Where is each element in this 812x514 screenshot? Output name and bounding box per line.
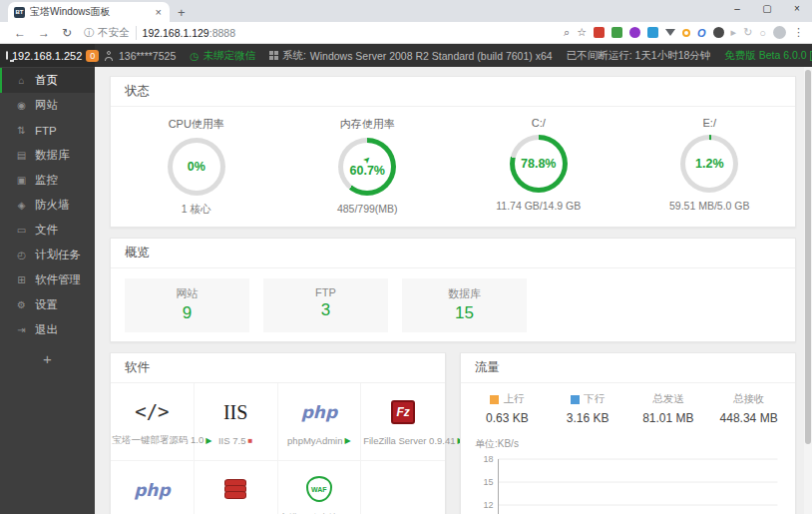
sidebar-item-logout[interactable]: ⇥退出 (0, 317, 95, 342)
sidebar-item-monitor[interactable]: ▣监控 (0, 168, 95, 193)
monitor-icon (6, 51, 8, 60)
svg-text:18: 18 (483, 454, 493, 464)
extension-icon-red[interactable] (594, 27, 605, 38)
traffic-area-chart: 0369121518 (469, 451, 787, 514)
version-link[interactable]: 免费版 Beta 6.0.0 [找Bug奖实物奖品] (724, 49, 812, 63)
app-iis[interactable]: IIS IIS 7.5■ (195, 383, 278, 461)
url-input[interactable]: ⓘ 不安全 192.168.1.129:8888 (84, 26, 564, 40)
extension-icon-muted-2[interactable]: ↻ (743, 26, 752, 39)
overview-websites[interactable]: 网站 9 (125, 278, 249, 332)
panel-header: 192.168.1.252 0 136****7525 ◷ 未绑定微信 系统: … (0, 44, 812, 67)
cpu-ring: 0% (168, 138, 225, 196)
redis-icon (223, 479, 247, 501)
up-legend-swatch (490, 395, 499, 404)
app-iis-waf[interactable]: WAF 宝塔IIS防火墙 1.0▶ (278, 461, 362, 514)
sidebar-item-app-manager[interactable]: ⊞软件管理 (0, 267, 95, 292)
bind-wechat-link[interactable]: ◷ 未绑定微信 (190, 49, 255, 63)
schedule-icon: ◴ (16, 250, 27, 260)
minimize-button[interactable]: – (722, 0, 752, 20)
php-icon: php (134, 480, 170, 500)
waf-shield-icon: WAF (306, 476, 332, 502)
cpu-gauge[interactable]: CPU使用率 0% 1 核心 (111, 113, 282, 217)
profile-avatar[interactable] (773, 26, 786, 39)
content-scrollbar[interactable] (804, 67, 812, 514)
browser-tab[interactable]: BT 宝塔Windows面板 × (8, 2, 170, 22)
software-card: 软件 </> 宝塔一键部署源码 1.0▶ IIS IIS 7.5■ php ph (110, 352, 446, 514)
url-text: 192.168.1.129:8888 (143, 27, 235, 39)
sidebar-item-firewall[interactable]: ◈防火墙 (0, 193, 95, 218)
extension-icon-funnel[interactable] (665, 29, 675, 36)
scrollbar-thumb[interactable] (805, 70, 811, 444)
chrome-menu-icon[interactable]: ⋮ (793, 26, 804, 39)
app-redis[interactable]: redis 1.0▶ (195, 461, 278, 514)
sidebar-add-button[interactable]: + (0, 350, 95, 367)
maximize-button[interactable]: ▢ (752, 0, 782, 20)
folder-icon: ▭ (16, 225, 27, 236)
forward-button[interactable]: → (38, 26, 50, 40)
security-label: 不安全 (98, 26, 137, 40)
sidebar-item-cron[interactable]: ◴计划任务 (0, 243, 95, 267)
extension-icon-blue-o[interactable]: O (697, 27, 706, 39)
search-icon[interactable]: ⌕ (564, 26, 570, 39)
chart-unit-label: 单位:KB/s (475, 437, 787, 451)
sidebar-item-home[interactable]: ⌂首页 (0, 68, 95, 93)
extension-icon-dark[interactable] (713, 27, 724, 38)
clock-icon: ◷ (190, 50, 199, 62)
traffic-card: 流量 上行 0.63 KB 下行 3.16 KB 总发送 81.01 MB (460, 352, 796, 514)
disk-c-gauge[interactable]: C:/ 78.8% 11.74 GB/14.9 GB (453, 113, 624, 217)
apps-grid-icon: ⊞ (16, 274, 27, 285)
traffic-chart-area: 单位:KB/s 0369121518 (461, 429, 795, 514)
dashboard: 状态 CPU使用率 0% 1 核心 内存使用率 ➤ (95, 67, 812, 514)
overview-databases[interactable]: 数据库 15 (402, 278, 527, 332)
server-ip-block[interactable]: 192.168.1.252 0 (0, 44, 95, 67)
filezilla-icon: Fz (391, 400, 415, 424)
gear-icon: ⚙ (16, 299, 27, 310)
home-icon: ⌂ (16, 75, 27, 86)
sidebar: ⌂首页 ◉网站 ⇅FTP ▤数据库 ▣监控 ◈防火墙 ▭文件 ◴计划任务 ⊞软件… (0, 67, 95, 514)
tab-close-icon[interactable]: × (154, 6, 164, 18)
close-window-button[interactable]: × (782, 0, 812, 20)
disk-e-ring: 1.2% (680, 135, 738, 193)
extension-icon-teal[interactable] (647, 27, 658, 38)
browser-address-bar: ← → ↻ ⓘ 不安全 192.168.1.129:8888 ⌕ ☆ O ▸ ↻… (0, 22, 812, 44)
sidebar-item-files[interactable]: ▭文件 (0, 218, 95, 243)
memory-ring: ➤ 60.7% (338, 138, 396, 196)
app-deploy-source[interactable]: </> 宝塔一键部署源码 1.0▶ (111, 383, 195, 461)
traffic-total-received-stat: 总接收 448.34 MB (708, 392, 789, 425)
account-info[interactable]: 136****7525 (105, 50, 176, 62)
extension-icon-muted-3[interactable]: ○ (759, 27, 766, 39)
sidebar-item-website[interactable]: ◉网站 (0, 93, 95, 118)
reload-button[interactable]: ↻ (62, 26, 72, 40)
new-tab-button[interactable]: + (178, 5, 186, 20)
app-phpmyadmin[interactable]: php phpMyAdmin▶ (278, 383, 362, 461)
sidebar-item-database[interactable]: ▤数据库 (0, 143, 95, 168)
app-status-icon: ▶ (345, 436, 351, 445)
back-button[interactable]: ← (14, 26, 26, 40)
app-filezilla[interactable]: Fz FileZilla Server 0.9.41▶ (361, 383, 445, 461)
shield-icon: ◈ (16, 200, 27, 211)
overview-card-title: 概览 (111, 239, 795, 268)
website-icon: ◉ (16, 100, 27, 111)
extension-icon-purple[interactable] (629, 27, 640, 38)
extension-icon-orange[interactable] (682, 29, 690, 37)
traffic-up-stat: 上行 0.63 KB (467, 392, 548, 425)
iis-icon: IIS (223, 401, 247, 424)
disk-e-gauge[interactable]: E:/ 1.2% 59.51 MB/5.0 GB (624, 113, 796, 217)
exit-icon: ⇥ (16, 324, 27, 335)
svg-text:15: 15 (483, 477, 493, 487)
toolbar-icons: ⌕ ☆ O ▸ ↻ ○ ⋮ (564, 26, 804, 39)
ftp-icon: ⇅ (16, 125, 27, 136)
extension-icon-muted-1[interactable]: ▸ (731, 26, 737, 39)
app-empty-cell (361, 461, 445, 514)
browser-window: BT 宝塔Windows面板 × + – ▢ × ← → ↻ ⓘ 不安全 192… (0, 0, 812, 514)
traffic-down-stat: 下行 3.16 KB (548, 392, 628, 425)
app-php52[interactable]: php PHP-5.2▶ (111, 461, 195, 514)
memory-gauge[interactable]: 内存使用率 ➤ 60.7% 485/799(MB) (282, 113, 454, 217)
sidebar-item-settings[interactable]: ⚙设置 (0, 292, 95, 317)
sidebar-item-ftp[interactable]: ⇅FTP (0, 118, 95, 143)
site-info-icon[interactable]: ⓘ (84, 26, 94, 40)
traffic-total-sent-stat: 总发送 81.01 MB (628, 392, 709, 425)
bookmark-star-icon[interactable]: ☆ (577, 26, 587, 39)
overview-ftp[interactable]: FTP 3 (263, 278, 388, 332)
extension-icon-green[interactable] (611, 27, 622, 38)
